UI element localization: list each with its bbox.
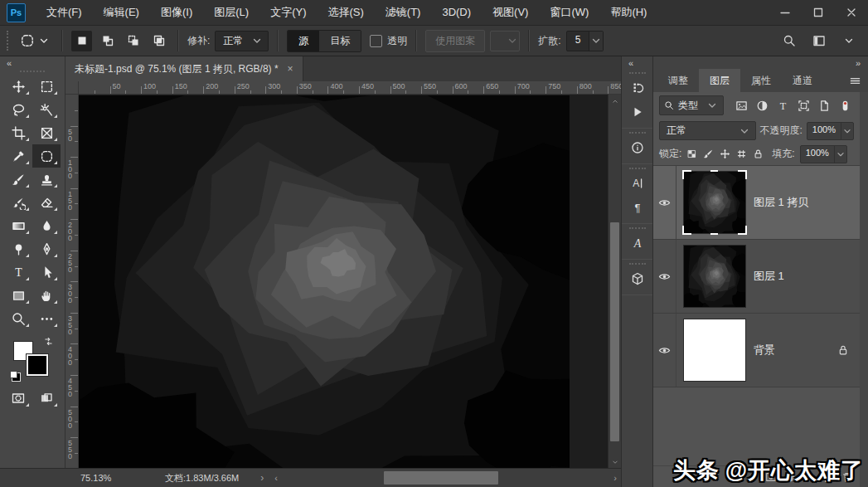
- layer-filter-toggle[interactable]: [836, 97, 854, 114]
- lasso-tool[interactable]: [4, 98, 32, 121]
- glyphs-panel-icon[interactable]: A: [622, 231, 652, 255]
- transparent-checkbox[interactable]: [370, 35, 382, 47]
- toolbar-collapse-button[interactable]: «: [0, 56, 65, 69]
- hand-tool[interactable]: [32, 284, 61, 307]
- toolbar-drag-handle[interactable]: [20, 71, 45, 72]
- options-drag-handle[interactable]: [7, 31, 10, 51]
- workspace-chevron-icon[interactable]: [836, 34, 861, 47]
- layer-row[interactable]: 图层 1 拷贝: [653, 166, 860, 240]
- layer-thumbnail[interactable]: [684, 246, 745, 307]
- filter-pixel-layers-icon[interactable]: [733, 97, 750, 114]
- tool-preset-picker[interactable]: [17, 32, 53, 50]
- layer-row[interactable]: 图层 1: [653, 240, 860, 314]
- photoshop-logo[interactable]: Ps: [7, 3, 26, 22]
- dock-drag-handle[interactable]: [629, 263, 646, 265]
- layer-name[interactable]: 图层 1 拷贝: [754, 195, 808, 210]
- screen-mode-button[interactable]: [32, 387, 61, 410]
- opacity-input[interactable]: 100%: [807, 122, 854, 140]
- use-pattern-button[interactable]: 使用图案: [425, 30, 485, 52]
- panel-expand-button[interactable]: »: [653, 56, 868, 69]
- blend-mode-select[interactable]: 正常: [659, 121, 756, 140]
- filter-shape-layers-icon[interactable]: [795, 97, 812, 114]
- menu-item-0[interactable]: 文件(F): [36, 0, 93, 25]
- tab-adjustments[interactable]: 调整: [657, 69, 699, 92]
- workspace-switcher-icon[interactable]: [807, 34, 832, 47]
- scroll-down-icon[interactable]: [609, 455, 621, 468]
- horizontal-scroll-thumb[interactable]: [384, 471, 498, 485]
- pen-tool[interactable]: [32, 237, 61, 261]
- lock-image-pixels-icon[interactable]: [703, 149, 714, 159]
- search-icon[interactable]: [777, 34, 802, 47]
- add-to-selection-button[interactable]: [97, 31, 118, 51]
- vertical-scroll-thumb[interactable]: [610, 222, 619, 442]
- lock-all-icon[interactable]: [753, 149, 764, 159]
- lock-transparent-pixels-icon[interactable]: [686, 149, 697, 159]
- patch-mode-select[interactable]: 正常: [215, 31, 269, 51]
- horizontal-scrollbar[interactable]: ‹ ›: [270, 469, 621, 487]
- path-selection-tool[interactable]: [32, 261, 61, 284]
- swap-colors-icon[interactable]: [43, 336, 54, 347]
- layer-name[interactable]: 图层 1: [754, 269, 784, 284]
- tab-properties[interactable]: 属性: [740, 69, 782, 92]
- menu-item-5[interactable]: 选择(S): [317, 0, 374, 25]
- layer-visibility-toggle[interactable]: [653, 166, 676, 239]
- character-panel-icon[interactable]: A: [622, 171, 652, 195]
- vertical-scroll-track[interactable]: [609, 107, 621, 455]
- new-selection-mode-button[interactable]: [71, 31, 92, 51]
- history-panel-icon[interactable]: [622, 75, 652, 100]
- ruler-corner[interactable]: [65, 81, 79, 94]
- rectangle-tool[interactable]: [4, 284, 32, 307]
- layer-name[interactable]: 背景: [754, 343, 775, 358]
- horizontal-ruler[interactable]: 5010015020025030035040045050055060065070…: [79, 81, 621, 94]
- scroll-right-icon[interactable]: ›: [609, 473, 621, 483]
- vertical-ruler[interactable]: 5 01 0 01 5 02 0 02 5 03 0 03 5 04 0 04 …: [65, 95, 79, 468]
- layer-thumbnail[interactable]: [684, 172, 745, 233]
- move-tool[interactable]: [4, 75, 32, 98]
- fill-input[interactable]: 100%: [800, 145, 847, 163]
- layer-filter-select[interactable]: 类型: [659, 95, 724, 115]
- lock-artboard-icon[interactable]: [736, 149, 747, 159]
- patch-destination-button[interactable]: 目标: [319, 31, 361, 51]
- lock-position-icon[interactable]: [720, 149, 730, 159]
- actions-panel-icon[interactable]: [622, 100, 652, 124]
- menu-item-3[interactable]: 图层(L): [203, 0, 259, 25]
- eraser-tool[interactable]: [32, 191, 61, 214]
- diffusion-input[interactable]: 5: [566, 31, 604, 51]
- filter-adjustment-layers-icon[interactable]: [754, 97, 771, 114]
- background-color-swatch[interactable]: [27, 354, 48, 376]
- tab-channels[interactable]: 通道: [782, 69, 823, 92]
- layer-visibility-toggle[interactable]: [653, 314, 676, 387]
- menu-item-7[interactable]: 3D(D): [431, 0, 482, 25]
- zoom-tool[interactable]: [4, 307, 32, 330]
- status-expand-icon[interactable]: ›: [260, 472, 264, 484]
- 3d-panel-icon[interactable]: [622, 266, 652, 290]
- clone-stamp-tool[interactable]: [32, 168, 61, 191]
- filter-type-layers-icon[interactable]: T: [774, 97, 792, 114]
- canvas-viewport[interactable]: [79, 95, 608, 468]
- zoom-level-field[interactable]: 75.13%: [80, 473, 132, 483]
- menu-item-2[interactable]: 图像(I): [150, 0, 203, 25]
- close-button[interactable]: [835, 0, 868, 25]
- menu-item-6[interactable]: 滤镜(T): [375, 0, 432, 25]
- default-colors-icon[interactable]: [12, 373, 21, 382]
- menu-item-4[interactable]: 文字(Y): [259, 0, 317, 25]
- horizontal-scroll-track[interactable]: [282, 469, 609, 487]
- quick-selection-tool[interactable]: [32, 98, 61, 121]
- dock-drag-handle[interactable]: [629, 168, 646, 169]
- brush-tool[interactable]: [4, 168, 32, 191]
- filter-smart-objects-icon[interactable]: [816, 97, 833, 114]
- marquee-tool[interactable]: [32, 75, 61, 98]
- patch-source-button[interactable]: 源: [288, 31, 319, 51]
- pattern-picker[interactable]: [490, 31, 520, 51]
- crop-tool[interactable]: [4, 121, 32, 144]
- eyedropper-tool[interactable]: [4, 144, 32, 168]
- layer-thumbnail[interactable]: [684, 319, 745, 381]
- dodge-tool[interactable]: [4, 237, 32, 261]
- panel-menu-icon[interactable]: [849, 69, 861, 92]
- layer-visibility-toggle[interactable]: [653, 240, 676, 313]
- intersect-selection-button[interactable]: [148, 31, 169, 51]
- dock-drag-handle[interactable]: [629, 227, 646, 229]
- dock-drag-handle[interactable]: [629, 132, 646, 134]
- edit-toolbar-menu[interactable]: [32, 307, 61, 330]
- dock-drag-handle[interactable]: [629, 72, 646, 74]
